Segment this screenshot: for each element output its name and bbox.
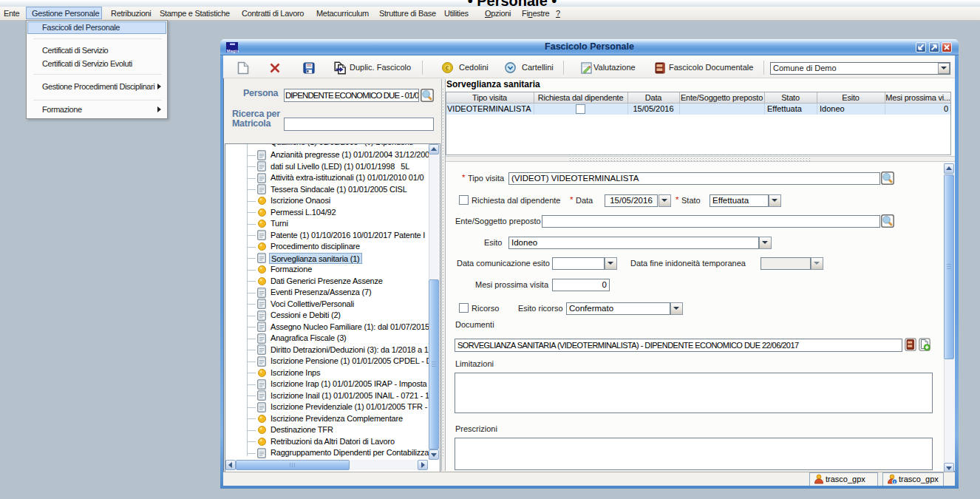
svg-text:€: € [446, 64, 449, 72]
